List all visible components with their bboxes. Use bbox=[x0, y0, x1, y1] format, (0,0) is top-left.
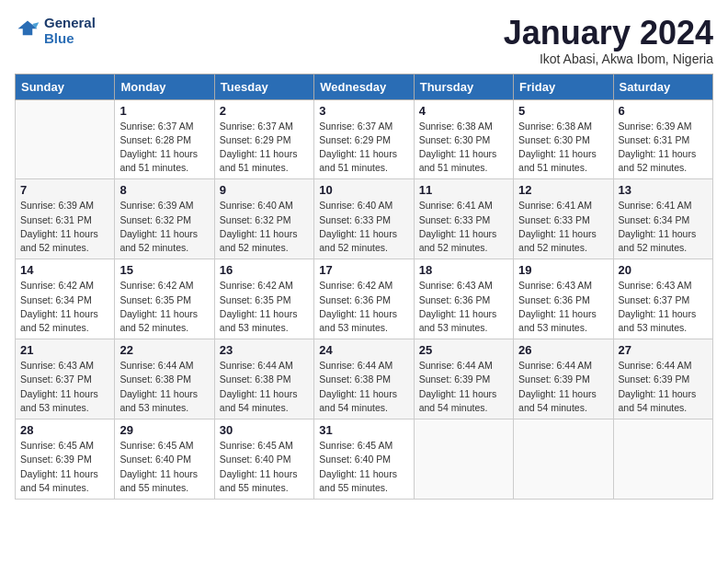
calendar-cell: 14Sunrise: 6:42 AMSunset: 6:34 PMDayligh… bbox=[16, 259, 115, 339]
calendar-cell: 16Sunrise: 6:42 AMSunset: 6:35 PMDayligh… bbox=[214, 259, 313, 339]
day-number: 30 bbox=[220, 423, 309, 437]
col-header-tuesday: Tuesday bbox=[214, 74, 313, 99]
day-info: Sunrise: 6:39 AMSunset: 6:31 PMDaylight:… bbox=[619, 120, 708, 176]
day-number: 27 bbox=[619, 343, 708, 357]
day-number: 11 bbox=[419, 183, 508, 197]
day-number: 15 bbox=[119, 263, 209, 277]
day-number: 6 bbox=[619, 104, 708, 118]
day-number: 25 bbox=[419, 343, 508, 357]
day-info: Sunrise: 6:42 AMSunset: 6:36 PMDaylight:… bbox=[319, 279, 408, 335]
week-row-1: 1Sunrise: 6:37 AMSunset: 6:28 PMDaylight… bbox=[16, 99, 713, 179]
day-number: 31 bbox=[319, 423, 408, 437]
day-number: 9 bbox=[220, 183, 309, 197]
day-info: Sunrise: 6:44 AMSunset: 6:38 PMDaylight:… bbox=[319, 359, 408, 415]
day-info: Sunrise: 6:37 AMSunset: 6:29 PMDaylight:… bbox=[220, 120, 309, 176]
calendar-cell: 25Sunrise: 6:44 AMSunset: 6:39 PMDayligh… bbox=[414, 339, 513, 419]
calendar-table: SundayMondayTuesdayWednesdayThursdayFrid… bbox=[15, 74, 713, 500]
week-row-4: 21Sunrise: 6:43 AMSunset: 6:37 PMDayligh… bbox=[16, 339, 713, 419]
calendar-cell: 22Sunrise: 6:44 AMSunset: 6:38 PMDayligh… bbox=[115, 339, 214, 419]
calendar-cell: 30Sunrise: 6:45 AMSunset: 6:40 PMDayligh… bbox=[214, 419, 313, 500]
page-header: General Blue January 2024 Ikot Abasi, Ak… bbox=[15, 15, 713, 66]
day-number: 24 bbox=[319, 343, 408, 357]
calendar-cell: 10Sunrise: 6:40 AMSunset: 6:33 PMDayligh… bbox=[314, 179, 414, 259]
day-info: Sunrise: 6:37 AMSunset: 6:29 PMDaylight:… bbox=[319, 120, 408, 176]
day-info: Sunrise: 6:38 AMSunset: 6:30 PMDaylight:… bbox=[419, 120, 508, 176]
day-number: 19 bbox=[518, 263, 608, 277]
calendar-cell: 7Sunrise: 6:39 AMSunset: 6:31 PMDaylight… bbox=[16, 179, 115, 259]
day-info: Sunrise: 6:44 AMSunset: 6:38 PMDaylight:… bbox=[220, 359, 309, 415]
day-info: Sunrise: 6:43 AMSunset: 6:36 PMDaylight:… bbox=[419, 279, 508, 335]
logo-text: General Blue bbox=[44, 15, 96, 46]
day-number: 14 bbox=[20, 263, 109, 277]
logo: General Blue bbox=[15, 15, 96, 46]
day-info: Sunrise: 6:43 AMSunset: 6:36 PMDaylight:… bbox=[518, 279, 608, 335]
calendar-cell: 9Sunrise: 6:40 AMSunset: 6:32 PMDaylight… bbox=[214, 179, 313, 259]
calendar-cell: 17Sunrise: 6:42 AMSunset: 6:36 PMDayligh… bbox=[314, 259, 414, 339]
col-header-thursday: Thursday bbox=[414, 74, 513, 99]
calendar-cell: 26Sunrise: 6:44 AMSunset: 6:39 PMDayligh… bbox=[514, 339, 613, 419]
calendar-cell: 29Sunrise: 6:45 AMSunset: 6:40 PMDayligh… bbox=[115, 419, 214, 500]
calendar-cell: 8Sunrise: 6:39 AMSunset: 6:32 PMDaylight… bbox=[115, 179, 214, 259]
location-subtitle: Ikot Abasi, Akwa Ibom, Nigeria bbox=[504, 52, 713, 66]
day-number: 10 bbox=[319, 183, 408, 197]
day-number: 26 bbox=[518, 343, 608, 357]
day-info: Sunrise: 6:44 AMSunset: 6:39 PMDaylight:… bbox=[518, 359, 608, 415]
col-header-sunday: Sunday bbox=[16, 74, 115, 99]
day-number: 8 bbox=[119, 183, 209, 197]
calendar-cell: 23Sunrise: 6:44 AMSunset: 6:38 PMDayligh… bbox=[214, 339, 313, 419]
day-info: Sunrise: 6:43 AMSunset: 6:37 PMDaylight:… bbox=[619, 279, 708, 335]
day-number: 4 bbox=[419, 104, 508, 118]
day-number: 18 bbox=[419, 263, 508, 277]
day-info: Sunrise: 6:41 AMSunset: 6:34 PMDaylight:… bbox=[619, 199, 708, 255]
day-info: Sunrise: 6:41 AMSunset: 6:33 PMDaylight:… bbox=[419, 199, 508, 255]
day-number: 17 bbox=[319, 263, 408, 277]
day-number: 16 bbox=[220, 263, 309, 277]
week-row-3: 14Sunrise: 6:42 AMSunset: 6:34 PMDayligh… bbox=[16, 259, 713, 339]
day-number: 3 bbox=[319, 104, 408, 118]
day-info: Sunrise: 6:44 AMSunset: 6:38 PMDaylight:… bbox=[119, 359, 209, 415]
calendar-cell: 21Sunrise: 6:43 AMSunset: 6:37 PMDayligh… bbox=[16, 339, 115, 419]
day-info: Sunrise: 6:44 AMSunset: 6:39 PMDaylight:… bbox=[619, 359, 708, 415]
calendar-cell: 11Sunrise: 6:41 AMSunset: 6:33 PMDayligh… bbox=[414, 179, 513, 259]
calendar-cell: 20Sunrise: 6:43 AMSunset: 6:37 PMDayligh… bbox=[613, 259, 712, 339]
month-title: January 2024 bbox=[504, 15, 713, 52]
day-number: 21 bbox=[20, 343, 109, 357]
day-info: Sunrise: 6:40 AMSunset: 6:32 PMDaylight:… bbox=[220, 199, 309, 255]
day-info: Sunrise: 6:45 AMSunset: 6:40 PMDaylight:… bbox=[119, 439, 209, 495]
day-number: 29 bbox=[119, 423, 209, 437]
day-info: Sunrise: 6:45 AMSunset: 6:40 PMDaylight:… bbox=[319, 439, 408, 495]
day-number: 22 bbox=[119, 343, 209, 357]
calendar-cell: 15Sunrise: 6:42 AMSunset: 6:35 PMDayligh… bbox=[115, 259, 214, 339]
day-number: 1 bbox=[119, 104, 209, 118]
calendar-cell: 6Sunrise: 6:39 AMSunset: 6:31 PMDaylight… bbox=[613, 99, 712, 179]
calendar-cell: 13Sunrise: 6:41 AMSunset: 6:34 PMDayligh… bbox=[613, 179, 712, 259]
calendar-cell: 19Sunrise: 6:43 AMSunset: 6:36 PMDayligh… bbox=[514, 259, 613, 339]
calendar-cell: 24Sunrise: 6:44 AMSunset: 6:38 PMDayligh… bbox=[314, 339, 414, 419]
week-row-2: 7Sunrise: 6:39 AMSunset: 6:31 PMDaylight… bbox=[16, 179, 713, 259]
svg-marker-0 bbox=[18, 21, 38, 36]
col-header-friday: Friday bbox=[514, 74, 613, 99]
day-number: 7 bbox=[20, 183, 109, 197]
calendar-cell: 1Sunrise: 6:37 AMSunset: 6:28 PMDaylight… bbox=[115, 99, 214, 179]
day-info: Sunrise: 6:37 AMSunset: 6:28 PMDaylight:… bbox=[119, 120, 209, 176]
logo-icon bbox=[15, 17, 40, 43]
calendar-cell: 28Sunrise: 6:45 AMSunset: 6:39 PMDayligh… bbox=[16, 419, 115, 500]
day-info: Sunrise: 6:38 AMSunset: 6:30 PMDaylight:… bbox=[518, 120, 608, 176]
day-info: Sunrise: 6:45 AMSunset: 6:39 PMDaylight:… bbox=[20, 439, 109, 495]
calendar-cell: 12Sunrise: 6:41 AMSunset: 6:33 PMDayligh… bbox=[514, 179, 613, 259]
calendar-cell bbox=[613, 419, 712, 500]
calendar-cell: 4Sunrise: 6:38 AMSunset: 6:30 PMDaylight… bbox=[414, 99, 513, 179]
calendar-cell bbox=[414, 419, 513, 500]
day-number: 13 bbox=[619, 183, 708, 197]
col-header-monday: Monday bbox=[115, 74, 214, 99]
day-info: Sunrise: 6:42 AMSunset: 6:34 PMDaylight:… bbox=[20, 279, 109, 335]
calendar-cell: 27Sunrise: 6:44 AMSunset: 6:39 PMDayligh… bbox=[613, 339, 712, 419]
col-header-saturday: Saturday bbox=[613, 74, 712, 99]
calendar-cell: 2Sunrise: 6:37 AMSunset: 6:29 PMDaylight… bbox=[214, 99, 313, 179]
calendar-cell: 5Sunrise: 6:38 AMSunset: 6:30 PMDaylight… bbox=[514, 99, 613, 179]
day-info: Sunrise: 6:42 AMSunset: 6:35 PMDaylight:… bbox=[220, 279, 309, 335]
col-header-wednesday: Wednesday bbox=[314, 74, 414, 99]
week-row-5: 28Sunrise: 6:45 AMSunset: 6:39 PMDayligh… bbox=[16, 419, 713, 500]
day-number: 12 bbox=[518, 183, 608, 197]
day-number: 2 bbox=[220, 104, 309, 118]
